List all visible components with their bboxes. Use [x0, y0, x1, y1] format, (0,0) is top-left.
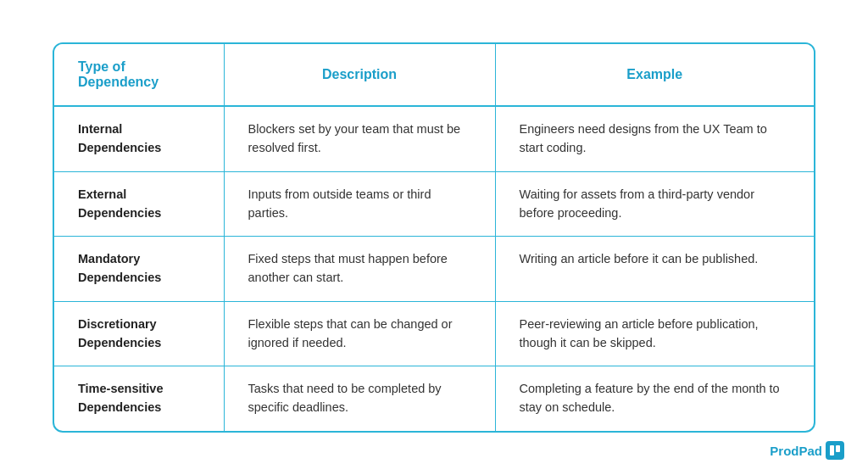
cell-type-1: ExternalDependencies — [54, 171, 224, 237]
cell-example-4: Completing a feature by the end of the m… — [495, 366, 814, 431]
table-row: ExternalDependenciesInputs from outside … — [54, 171, 814, 237]
cell-type-3: DiscretionaryDependencies — [54, 301, 224, 366]
prodpad-text: ProdPad — [770, 444, 822, 458]
cell-type-0: InternalDependencies — [54, 106, 224, 171]
cell-type-2: MandatoryDependencies — [54, 237, 224, 302]
prodpad-icon — [826, 441, 844, 460]
dependency-table: Type of Dependency Description Example I… — [54, 44, 814, 431]
main-container: Type of Dependency Description Example I… — [44, 34, 824, 441]
table-row: Time-sensitiveDependenciesTasks that nee… — [54, 366, 814, 431]
dependency-table-wrapper: Type of Dependency Description Example I… — [53, 42, 815, 433]
table-row: DiscretionaryDependenciesFlexible steps … — [54, 301, 814, 366]
cell-description-1: Inputs from outside teams or third parti… — [224, 171, 495, 237]
col-header-example: Example — [495, 44, 814, 106]
col-header-description: Description — [224, 44, 495, 106]
col-header-type: Type of Dependency — [54, 44, 224, 106]
table-row: MandatoryDependenciesFixed steps that mu… — [54, 237, 814, 302]
cell-description-2: Fixed steps that must happen before anot… — [224, 237, 495, 302]
svg-rect-1 — [836, 445, 840, 452]
cell-description-0: Blockers set by your team that must be r… — [224, 106, 495, 171]
prodpad-logo: ProdPad — [770, 441, 844, 460]
svg-rect-0 — [830, 445, 834, 455]
cell-example-3: Peer-reviewing an article before publica… — [495, 301, 814, 366]
table-header-row: Type of Dependency Description Example — [54, 44, 814, 106]
cell-example-2: Writing an article before it can be publ… — [495, 237, 814, 302]
cell-type-4: Time-sensitiveDependencies — [54, 366, 224, 431]
table-row: InternalDependenciesBlockers set by your… — [54, 106, 814, 171]
cell-description-3: Flexible steps that can be changed or ig… — [224, 301, 495, 366]
cell-example-1: Waiting for assets from a third-party ve… — [495, 171, 814, 237]
cell-description-4: Tasks that need to be completed by speci… — [224, 366, 495, 431]
cell-example-0: Engineers need designs from the UX Team … — [495, 106, 814, 171]
